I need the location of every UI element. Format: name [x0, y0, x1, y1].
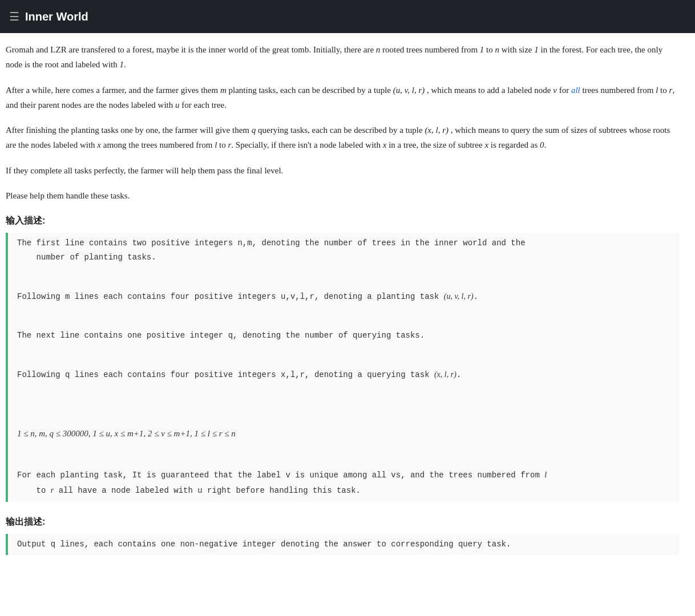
- menu-icon: ☰: [9, 7, 19, 26]
- page-header: ☰ Inner World: [0, 0, 695, 33]
- input-block: The first line contains two positive int…: [6, 233, 679, 502]
- input-blank-6: [8, 447, 679, 464]
- input-line-2: Following m lines each contains four pos…: [8, 286, 679, 308]
- input-line-1: The first line contains two positive int…: [8, 233, 679, 269]
- paragraph-3: After finishing the planting tasks one b…: [6, 123, 679, 153]
- input-line-3: The next line contains one positive inte…: [8, 325, 679, 347]
- input-blank-4: [8, 386, 679, 403]
- page-title: Inner World: [25, 7, 88, 26]
- paragraph-1: Gromah and LZR are transfered to a fores…: [6, 42, 679, 72]
- input-blank-5: [8, 403, 679, 420]
- section-output-title: 输出描述:: [6, 514, 679, 529]
- input-blank-2: [8, 308, 679, 325]
- output-block: Output q lines, each contains one non-ne…: [6, 534, 679, 556]
- main-content: Gromah and LZR are transfered to a fores…: [0, 33, 685, 569]
- input-constraint: 1 ≤ n, m, q ≤ 300000, 1 ≤ u, x ≤ m+1, 2 …: [8, 420, 679, 448]
- input-blank-1: [8, 269, 679, 286]
- section-input-title: 输入描述:: [6, 213, 679, 228]
- input-line-5: For each planting task, It is guaranteed…: [8, 464, 679, 502]
- output-line-1: Output q lines, each contains one non-ne…: [8, 534, 679, 556]
- paragraph-5: Please help them handle these tasks.: [6, 188, 679, 203]
- paragraph-4: If they complete all tasks perfectly, th…: [6, 163, 679, 178]
- paragraph-2: After a while, here comes a farmer, and …: [6, 83, 679, 113]
- input-blank-3: [8, 347, 679, 364]
- input-line-4: Following q lines each contains four pos…: [8, 364, 679, 386]
